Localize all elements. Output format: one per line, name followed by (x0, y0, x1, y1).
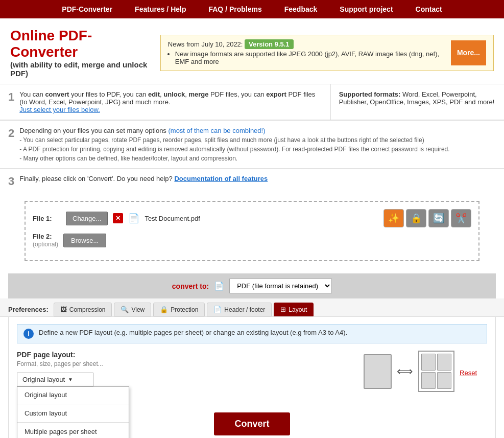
convert-section: File 1: Change... ✕ 📄 Test Document.pdf … (25, 201, 479, 261)
file1-row: File 1: Change... ✕ 📄 Test Document.pdf … (33, 209, 471, 227)
info-icon: i (23, 329, 34, 339)
filename: Test Document.pdf (145, 215, 200, 222)
page-small-2 (437, 354, 451, 371)
version-badge: Version 9.5.1 (245, 39, 294, 49)
nav-pdf-converter[interactable]: PDF-Converter (51, 0, 124, 18)
step1-right: Supported formats: Word, Excel, Powerpoi… (331, 84, 504, 120)
step1-section: 1 You can convert your files to PDF, you… (0, 84, 504, 120)
dropdown-divider-1 (17, 404, 129, 404)
step3-section: 3 Finally, please click on 'Convert'. Do… (0, 168, 504, 189)
nav-bar: PDF-Converter Features / Help FAQ / Prob… (0, 0, 504, 18)
step1-text: You can convert your files to PDF, you c… (19, 90, 322, 106)
nav-features[interactable]: Features / Help (124, 0, 197, 18)
tab-layout-label: Layout (289, 306, 307, 313)
page-subtitle: (with ability to edit, merge and unlock … (10, 60, 150, 78)
tab-protection[interactable]: 🔒 Protection (153, 303, 205, 316)
layout-diagram: ⟺ Reset (364, 351, 477, 392)
scissors-button[interactable]: ✂️ (451, 209, 471, 227)
tab-view-label: View (131, 306, 145, 313)
nav-faq[interactable]: FAQ / Problems (197, 0, 273, 18)
tab-layout[interactable]: ⊞ Layout (274, 303, 314, 316)
layout-section: i Define a new PDF layout (e.g. multiple… (8, 317, 496, 438)
documentation-link[interactable]: Documentation of all features (174, 175, 268, 182)
page-small-3 (421, 372, 436, 389)
pdf-format-icon: 📄 (214, 281, 224, 291)
tab-compression[interactable]: 🖼 Compression (54, 303, 112, 316)
step2-number: 2 (8, 127, 14, 140)
change-button[interactable]: Change... (66, 212, 108, 225)
lock-button[interactable]: 🔒 (406, 209, 426, 227)
file2-label-group: File 2: (optional) (33, 233, 58, 248)
tab-header-footer-label: Header / footer (224, 306, 265, 313)
news-content: News from July 10, 2022: Version 9.5.1 N… (168, 40, 446, 65)
file1-label: File 1: (33, 215, 61, 222)
pdf-layout-row: PDF page layout: Format, size, pages per… (17, 351, 487, 392)
step2-section: 2 Depending on your files you can set ma… (0, 120, 504, 168)
file2-label: File 2: (33, 233, 52, 240)
step2-main: Depending on your files you can set many… (19, 127, 496, 134)
pdf-layout-sublabel: Format, size, pages per sheet... (17, 360, 353, 367)
info-banner: i Define a new PDF layout (e.g. multiple… (17, 324, 487, 343)
opt-custom[interactable]: Custom layout (17, 405, 129, 421)
page-small-4 (437, 372, 451, 389)
step1-content: You can convert your files to PDF, you c… (19, 90, 322, 113)
compression-icon: 🖼 (60, 306, 67, 313)
convert-to-row: convert to: 📄 PDF (file format is retain… (8, 273, 496, 298)
nav-contact[interactable]: Contact (404, 0, 453, 18)
top-nav: PDF-Converter Features / Help FAQ / Prob… (0, 0, 504, 18)
tab-header-footer[interactable]: 📄 Header / footer (207, 303, 272, 316)
header-section: Online PDF-Converter (with ability to ed… (0, 18, 504, 84)
header-footer-icon: 📄 (213, 306, 222, 313)
more-button[interactable]: More... (451, 40, 486, 65)
news-item: New image formats are supported like JPE… (175, 50, 446, 65)
news-box: News from July 10, 2022: Version 9.5.1 N… (160, 35, 494, 71)
format-select[interactable]: PDF (file format is retained) (229, 279, 332, 293)
view-icon: 🔍 (121, 306, 129, 313)
reset-link[interactable]: Reset (460, 369, 477, 377)
tool-icons: ✨ 🔒 🔄 ✂️ (383, 209, 471, 227)
convert-button[interactable]: Convert (214, 412, 290, 435)
step2-bullet1: - You can select particular pages, rotat… (19, 136, 496, 144)
dropdown-divider-2 (17, 422, 129, 423)
tab-protection-label: Protection (171, 306, 198, 313)
preferences-label: Preferences: (8, 306, 49, 313)
step1-right-text: Supported formats: Word, Excel, Powerpoi… (339, 90, 496, 106)
step2-content: Depending on your files you can set many… (19, 127, 496, 162)
page-small-1 (421, 354, 436, 371)
page-title: Online PDF-Converter (10, 28, 150, 60)
merge-button[interactable]: 🔄 (428, 209, 449, 227)
news-date: News from July 10, 2022: (168, 40, 243, 48)
convert-to-label: convert to: (172, 282, 209, 290)
layout-icon: ⊞ (280, 306, 286, 313)
browse-button[interactable]: Browse... (63, 234, 106, 247)
site-title: Online PDF-Converter (with ability to ed… (10, 28, 150, 78)
more-formats-link[interactable]: more! (477, 98, 494, 106)
nav-feedback[interactable]: Feedback (273, 0, 329, 18)
tab-compression-label: Compression (69, 306, 106, 313)
opt-original[interactable]: Original layout (17, 387, 129, 403)
news-list: New image formats are supported like JPE… (175, 50, 446, 65)
info-text: Define a new PDF layout (e.g. multiple p… (39, 329, 347, 336)
step3-text: Finally, please click on 'Convert'. Do y… (19, 175, 173, 182)
step1-left: 1 You can convert your files to PDF, you… (0, 84, 331, 120)
pdf-file-icon: 📄 (128, 213, 139, 224)
main-content: Online PDF-Converter (with ability to ed… (0, 18, 504, 438)
single-page-icon (364, 354, 392, 389)
pdf-layout-label: PDF page layout: (17, 351, 353, 359)
pages-grid-container (418, 351, 454, 392)
opt-multiple[interactable]: Multiple pages per sheet (17, 424, 129, 438)
pages-grid (421, 354, 451, 389)
step1-link[interactable]: Just select your files below. (19, 106, 100, 113)
magic-wand-button[interactable]: ✨ (383, 209, 404, 227)
optional-label: (optional) (33, 241, 58, 248)
nav-support[interactable]: Support project (328, 0, 404, 18)
step3-content: Finally, please click on 'Convert'. Do y… (19, 175, 496, 182)
delete-file1-button[interactable]: ✕ (113, 213, 123, 223)
selected-layout-label: Original layout (22, 376, 65, 383)
layout-dropdown: Original layout ▼ Original layout Custom… (17, 373, 93, 386)
step1-number: 1 (8, 90, 14, 104)
pdf-layout-left: PDF page layout: Format, size, pages per… (17, 351, 353, 386)
protection-icon: 🔒 (160, 306, 168, 313)
layout-select-button[interactable]: Original layout ▼ (17, 373, 93, 386)
tab-view[interactable]: 🔍 View (114, 303, 151, 316)
